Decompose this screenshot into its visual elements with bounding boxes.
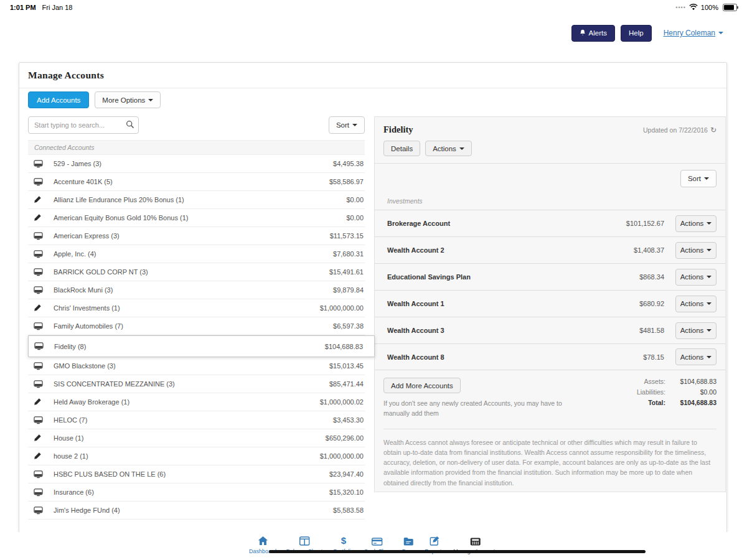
actions-button-label: Actions [680,300,704,307]
add-accounts-button[interactable]: Add Accounts [28,91,89,108]
account-value: $3,453.30 [333,416,364,424]
bell-icon [580,29,586,37]
details-button-label: Details [391,145,413,152]
account-row[interactable]: BARRICK GOLD CORP NT (3) $15,491.61 [28,263,365,281]
account-detail-panel: Fidelity Updated on 7/22/2016 ↻ Details … [374,116,726,492]
sort-investments-button[interactable]: Sort [680,170,716,187]
investment-name: Wealth Account 8 [387,353,444,361]
bottom-nav: Dashboard Balance Sheet $ Portfolio Cash… [0,532,747,560]
connected-accounts-header: Connected Accounts [28,140,365,155]
account-name: Fidelity (8) [54,343,86,350]
investments-list: Brokerage Account $101,152.67 Actions We… [375,210,725,370]
assets-value: $104,688.83 [670,378,716,385]
app-header: Alerts Help Henry Coleman [0,15,747,51]
investment-row: Wealth Account 3 $481.58 Actions [375,317,725,343]
investment-actions-button[interactable]: Actions [675,296,716,312]
details-button[interactable]: Details [383,141,420,156]
account-row[interactable]: house 2 (1) $1,000,000.00 [28,447,365,465]
more-options-label: More Options [102,96,145,104]
chevron-down-icon [352,124,357,126]
actions-button-label: Actions [680,273,704,281]
investment-name: Educational Savings Plan [387,273,471,281]
account-name: BlackRock Muni (3) [54,286,113,294]
account-value: $15,491.61 [329,268,364,276]
investment-name: Wealth Account 3 [387,327,444,334]
help-button[interactable]: Help [621,25,652,42]
account-row[interactable]: American Express (3) $11,573.15 [28,227,365,245]
account-row[interactable]: Insurance (6) $15,320.10 [28,483,365,502]
status-bar: 1:01 PM Fri Jan 18 •••• 100% [0,0,747,15]
account-row[interactable]: Held Away Brokerage (1) $1,000,000.02 [28,393,365,411]
investment-value: $868.34 [639,273,664,281]
investment-row: Wealth Account 8 $78.15 Actions [375,343,725,370]
investment-row: Brokerage Account $101,152.67 Actions [375,210,725,236]
home-icon [258,534,268,546]
actions-button[interactable]: Actions [425,141,472,156]
add-more-accounts-button[interactable]: Add More Accounts [383,378,461,393]
updated-text: Updated on 7/22/2016 [643,126,708,134]
account-value: $1,000,000.02 [320,398,364,406]
investment-actions-button[interactable]: Actions [675,322,716,339]
liabilities-value: $0.00 [670,388,716,396]
investment-actions-button[interactable]: Actions [675,215,716,232]
chevron-down-icon [459,147,464,150]
account-value: $11,573.15 [330,232,364,240]
total-value: $104,688.83 [670,399,716,406]
investment-actions-button[interactable]: Actions [675,242,716,259]
account-row[interactable]: Allianz Life Endurance Plus 20% Bonus (1… [28,191,365,209]
account-row[interactable]: Accenture 401K (5) $58,586.97 [28,173,365,191]
totals-summary: Assets: $104,688.83 Liabilities: $0.00 T… [637,378,716,419]
alerts-button[interactable]: Alerts [571,25,615,42]
sort-label: Sort [688,175,701,182]
credit-card-icon [372,534,383,546]
investment-value: $680.92 [639,300,664,307]
account-row[interactable]: BlackRock Muni (3) $9,879.84 [28,281,365,299]
add-more-accounts-label: Add More Accounts [391,382,453,390]
connected-account-icon [34,177,43,187]
account-row[interactable]: Family Automobiles (7) $6,597.38 [28,317,365,335]
account-value: $104,688.83 [325,343,363,350]
chevron-down-icon [707,249,712,251]
status-date: Fri Jan 18 [42,4,73,11]
investment-actions-button[interactable]: Actions [675,348,716,365]
account-row[interactable]: SIS CONCENTRATED MEZZANINE (3) $85,471.4… [28,375,365,393]
more-options-button[interactable]: More Options [95,91,161,108]
connected-account-icon [34,342,44,351]
alerts-button-label: Alerts [589,29,607,37]
account-value: $0.00 [346,214,364,222]
account-row[interactable]: GMO Blackstone (3) $15,013.45 [28,357,365,375]
account-value: $9,879.84 [333,286,364,294]
investment-row: Wealth Account 2 $1,408.37 Actions [375,236,725,263]
account-row[interactable]: American Equity Bonus Gold 10% Bonus (1)… [28,209,365,227]
account-row[interactable]: Jim's Hedge FUnd (4) $5,583.58 [28,502,365,520]
account-row[interactable]: HSBC PLUS BASED ON THE LE (6) $23,947.40 [28,465,365,483]
account-row[interactable]: 529 - James (3) $4,495.38 [28,155,365,173]
search-input[interactable] [28,116,139,134]
account-name: Jim's Hedge FUnd (4) [54,506,120,514]
account-row[interactable]: Apple, Inc. (4) $7,680.31 [28,245,365,263]
manage-accounts-icon [471,534,481,546]
sort-accounts-button[interactable]: Sort [329,116,365,134]
help-button-label: Help [629,29,644,37]
manual-account-icon [34,304,42,312]
liabilities-label: Liabilities: [637,388,665,396]
connected-account-icon [34,286,43,295]
refresh-icon[interactable]: ↻ [710,126,716,134]
account-row[interactable]: House (1) $650,296.00 [28,429,365,447]
account-row[interactable]: HELOC (7) $3,453.30 [28,411,365,429]
account-name: Family Automobiles (7) [54,322,123,330]
actions-button-label: Actions [680,246,704,254]
account-value: $5,583.58 [333,506,364,514]
user-menu[interactable]: Henry Coleman [664,29,723,37]
investment-actions-button[interactable]: Actions [675,269,716,286]
connected-account-icon [34,470,43,479]
manage-accounts-card: Manage Accounts Add Accounts More Option… [19,62,727,534]
account-row[interactable]: Chris' Investments (1) $1,000,000.00 [28,299,365,317]
status-time: 1:01 PM [10,4,36,11]
investment-value: $101,152.67 [626,220,664,227]
account-name: Held Away Brokerage (1) [54,398,129,406]
account-row[interactable]: Fidelity (8) $104,688.83 [28,335,375,357]
account-name: Chris' Investments (1) [54,304,120,312]
dollar-icon: $ [341,534,346,546]
account-value: $4,495.38 [333,160,364,167]
